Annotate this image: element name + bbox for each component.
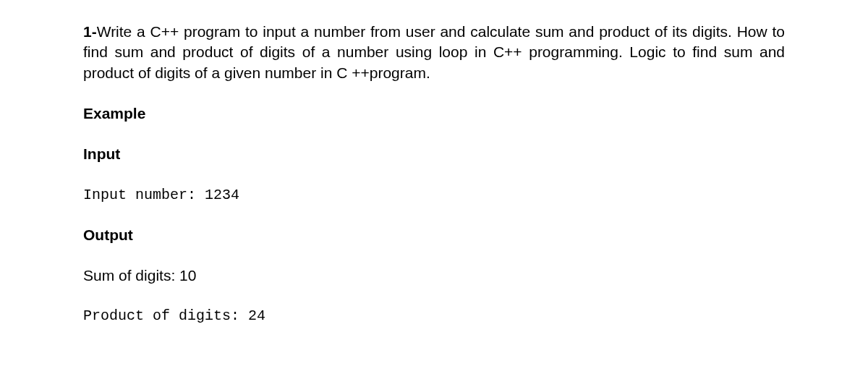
- example-heading: Example: [83, 103, 785, 124]
- output-sum: Sum of digits: 10: [83, 265, 785, 286]
- output-heading: Output: [83, 225, 785, 245]
- output-product: Product of digits: 24: [83, 306, 785, 326]
- question-text: Write a C++ program to input a number fr…: [83, 23, 785, 81]
- question-paragraph: 1-Write a C++ program to input a number …: [83, 22, 785, 83]
- question-number: 1-: [83, 23, 97, 40]
- input-sample: Input number: 1234: [83, 185, 785, 205]
- input-heading: Input: [83, 144, 785, 164]
